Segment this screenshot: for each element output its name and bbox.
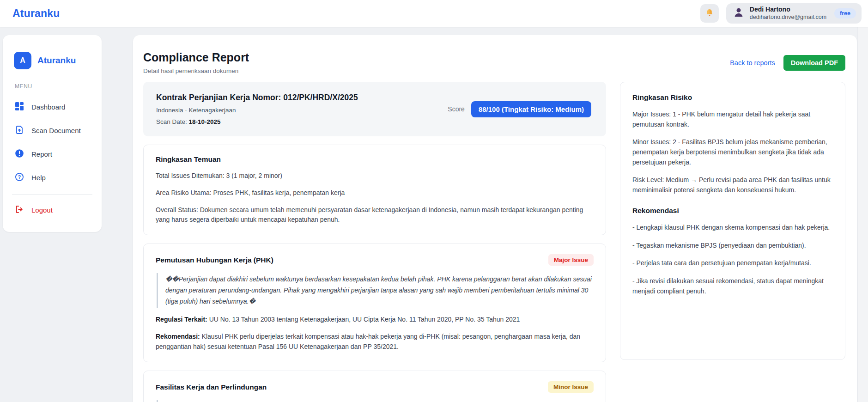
finding-recommendation: Rekomendasi: Klausul PHK perlu diperjela… [156,332,594,352]
scan-date-value: 18-10-2025 [189,118,221,125]
brand-initial-icon: A [14,52,31,69]
sidebar-item-label: Dashboard [31,103,65,111]
page-layout: A Aturanku MENU Dashboard [0,27,868,402]
header-actions: Back to reports Download PDF [730,55,845,71]
regulation-label: Regulasi Terkait: [156,316,207,323]
svg-text:?: ? [18,174,21,180]
logout-label: Logout [31,206,53,214]
sidebar-item-label: Help [31,174,46,182]
sidebar-item-label: Scan Document [31,127,81,134]
summary-line: Overall Status: Dokumen secara umum tela… [156,205,594,225]
summary-title: Ringkasan Temuan [156,155,594,164]
sidebar-item-scan-document[interactable]: Scan Document [3,119,102,142]
report-alert-icon [15,149,24,159]
scan-date-label: Scan Date: [156,118,187,125]
major-issue-badge: Major Issue [548,254,594,266]
risk-paragraph: Major Issues: 1 - PHK belum mengatur det… [632,110,833,129]
page-subtitle: Detail hasil pemeriksaan dokumen [143,67,249,74]
sidebar-item-help[interactable]: ? Help [3,166,102,189]
top-header: Aturanku Dedi Hartono dedihartono.drive@ [0,0,868,27]
finding-head: Pemutusan Hubungan Kerja (PHK) Major Iss… [156,254,594,266]
sidebar-item-dashboard[interactable]: Dashboard [3,95,102,119]
avatar [733,6,745,20]
summary-section: Ringkasan Temuan Total Issues Ditemukan:… [143,145,606,235]
topbar-right: Dedi Hartono dedihartono.drive@gmail.com… [700,3,862,24]
notifications-button[interactable] [700,4,719,23]
finding-quote: ��Pihak Kedua berhak atas fasilitas BPJS… [157,400,594,402]
sidebar-brand: A Aturanku [3,52,102,69]
score-block: Score 88/100 (Tingkat Risiko: Medium) [448,101,593,117]
document-meta: Indonesia · Ketenagakerjaan [156,107,358,114]
back-to-reports-link[interactable]: Back to reports [730,59,775,67]
bell-icon [705,8,714,19]
finding-regulation: Regulasi Terkait: UU No. 13 Tahun 2003 t… [156,315,594,325]
scrollbar[interactable] [857,27,868,402]
page-title: Compliance Report [143,51,249,64]
document-info-card: Kontrak Perjanjian Kerja Nomor: 012/PK/H… [143,82,606,136]
risk-paragraph: Minor Issues: 2 - Fasilitas BPJS belum j… [632,137,833,167]
risk-summary-title: Ringkasan Risiko [632,93,833,102]
sidebar-item-report[interactable]: Report [3,142,102,166]
main-content: Compliance Report Detail hasil pemeriksa… [133,35,857,402]
recommendation-item: - Lengkapi klausul PHK dengan skema komp… [632,223,833,233]
recommendations-title: Rekomendasi [632,207,833,215]
recommendation-text: Klausul PHK perlu diperjelas terkait kom… [156,333,580,350]
summary-line: Total Issues Ditemukan: 3 (1 major, 2 mi… [156,171,594,181]
recommendation-item: - Jika revisi dilakukan sesuai rekomenda… [632,276,833,296]
regulation-text: UU No. 13 Tahun 2003 tentang Ketenagaker… [209,316,520,323]
finding-section-phk: Pemutusan Hubungan Kerja (PHK) Major Iss… [143,244,606,362]
report-columns: Kontrak Perjanjian Kerja Nomor: 012/PK/H… [143,82,845,402]
brand-name: Aturanku [37,55,76,66]
sidebar-divider [12,194,92,195]
help-question-icon: ? [15,172,24,183]
user-email: dedihartono.drive@gmail.com [750,14,826,21]
summary-line: Area Risiko Utama: Proses PHK, fasilitas… [156,188,594,198]
finding-quote: ��Perjanjian dapat diakhiri sebelum wakt… [157,273,594,308]
minor-issue-badge: Minor Issue [548,381,594,393]
finding-title: Fasilitas Kerja dan Perlindungan [156,383,267,391]
score-badge: 88/100 (Tingkat Risiko: Medium) [471,101,591,117]
sidebar-item-label: Report [31,150,52,158]
document-title: Kontrak Perjanjian Kerja Nomor: 012/PK/H… [156,93,358,103]
risk-summary-card: Ringkasan Risiko Major Issues: 1 - PHK b… [620,82,845,360]
finding-head: Fasilitas Kerja dan Perlindungan Minor I… [156,381,594,393]
report-main-column: Kontrak Perjanjian Kerja Nomor: 012/PK/H… [143,82,606,402]
scan-document-icon [15,125,24,136]
report-header: Compliance Report Detail hasil pemeriksa… [143,51,845,74]
recommendation-item: - Tegaskan mekanisme BPJS (penyediaan da… [632,241,833,251]
finding-section-fasilitas: Fasilitas Kerja dan Perlindungan Minor I… [143,371,606,402]
download-pdf-button[interactable]: Download PDF [783,55,845,71]
user-name: Dedi Hartono [750,6,826,14]
app-logo: Aturanku [12,7,60,20]
sidebar: A Aturanku MENU Dashboard [3,35,102,232]
logout-icon [15,205,24,215]
sidebar-item-logout[interactable]: Logout [3,198,102,222]
dashboard-grid-icon [15,102,24,112]
menu-section-label: MENU [3,83,102,90]
document-scan-date: Scan Date: 18-10-2025 [156,118,358,125]
risk-paragraph: Risk Level: Medium → Perlu revisi pada a… [632,175,833,195]
recommendation-item: - Perjelas tata cara dan persetujuan pen… [632,258,833,268]
report-side-column: Ringkasan Risiko Major Issues: 1 - PHK b… [620,82,845,402]
user-menu[interactable]: Dedi Hartono dedihartono.drive@gmail.com… [726,3,862,24]
recommendation-label: Rekomendasi: [156,333,200,340]
score-label: Score [448,105,465,113]
finding-title: Pemutusan Hubungan Kerja (PHK) [156,256,273,264]
sidebar-nav: Dashboard Scan Document [3,95,102,189]
plan-badge: free [834,8,856,18]
